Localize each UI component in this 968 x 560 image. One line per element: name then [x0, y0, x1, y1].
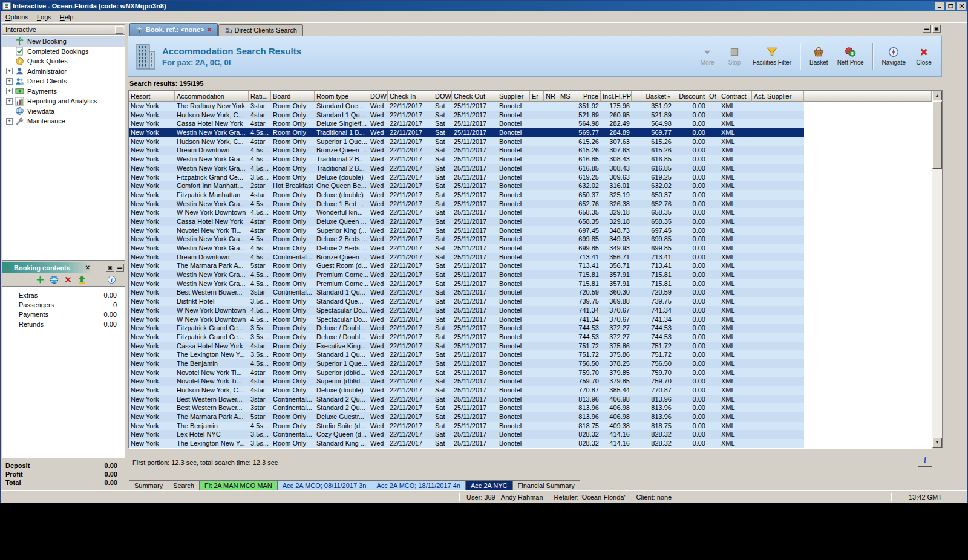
- bottom-tab-acc-2a-mco-08-11-2017-3n[interactable]: Acc 2A MCO; 08/11/2017 3n: [277, 480, 372, 491]
- stop-button[interactable]: Stop: [723, 41, 746, 72]
- table-row[interactable]: New YorkNovotel New York Ti...4starRoom …: [129, 226, 932, 235]
- vertical-scrollbar[interactable]: ▲ ▼: [932, 91, 942, 448]
- table-row[interactable]: New YorkWestin New York Gra...4.5s...Roo…: [129, 164, 932, 173]
- delete-item-icon[interactable]: [64, 275, 73, 284]
- expand-icon[interactable]: +: [6, 68, 13, 74]
- sidebar-item-viewdata[interactable]: Viewdata: [2, 106, 125, 117]
- table-row[interactable]: New YorkThe Lexington New Y...3.5s...Roo…: [129, 439, 932, 448]
- minimize-booking-panel-icon[interactable]: ▬: [116, 264, 124, 272]
- info-button[interactable]: i: [918, 454, 932, 467]
- column-header-basket[interactable]: Basket▼: [632, 91, 673, 102]
- column-header-rati[interactable]: Rati...: [249, 91, 271, 102]
- expand-icon[interactable]: +: [6, 88, 13, 94]
- tab-direct-clients-search[interactable]: Direct Clients Search: [218, 24, 303, 36]
- table-row[interactable]: New YorkLex Hotel NYC3.5s...Continental.…: [129, 430, 932, 439]
- table-row[interactable]: New YorkThe Marmara Park A...5starRoom O…: [129, 412, 932, 422]
- table-row[interactable]: New YorkThe Redbury New York3starRoom On…: [129, 102, 932, 111]
- table-row[interactable]: New YorkThe Benjamin4.5s...Room OnlyStud…: [129, 422, 932, 431]
- close-window-icon[interactable]: [957, 2, 966, 10]
- expand-icon[interactable]: +: [6, 98, 13, 105]
- close-tab-icon[interactable]: [207, 27, 212, 32]
- tab-booking-ref[interactable]: Book. ref.: <none>: [129, 23, 218, 36]
- info-icon[interactable]: i: [107, 275, 116, 284]
- table-row[interactable]: New YorkW New York Downtown4.5s...Room O…: [129, 306, 932, 315]
- table-row[interactable]: New YorkW New York Downtown4.5s...Room O…: [129, 208, 932, 217]
- table-row[interactable]: New YorkComfort Inn Manhatt...2starHot B…: [129, 181, 932, 190]
- scroll-down-icon[interactable]: ▼: [932, 438, 942, 448]
- collapse-panel-icon[interactable]: –: [115, 26, 123, 34]
- bottom-tab-flt-2a-man-mco-man[interactable]: Flt 2A MAN MCO MAN: [199, 480, 278, 491]
- table-row[interactable]: New YorkCassa Hotel New York4starRoom On…: [129, 342, 932, 351]
- navigate-button[interactable]: Navigate: [880, 41, 908, 72]
- table-row[interactable]: New YorkWestin New York Gra...4.5s...Roo…: [129, 128, 932, 137]
- sidebar-item-reporting-and-analytics[interactable]: +Reporting and Analytics: [2, 96, 125, 106]
- sidebar-item-quick-quotes[interactable]: Quick Quotes: [2, 56, 125, 67]
- column-header-er[interactable]: Er: [530, 91, 544, 102]
- column-header-board[interactable]: Board: [271, 91, 315, 102]
- table-row[interactable]: New YorkW New York Downtown4.5s...Room O…: [129, 315, 932, 324]
- scroll-up-icon[interactable]: ▲: [932, 91, 942, 100]
- table-row[interactable]: New YorkFitzpatrick Manhattan4starRoom O…: [129, 190, 932, 200]
- restore-booking-panel-icon[interactable]: ▣: [106, 264, 114, 272]
- column-header-dow[interactable]: DOW: [433, 91, 452, 102]
- table-row[interactable]: New YorkCassa Hotel New York4starRoom On…: [129, 217, 932, 226]
- table-row[interactable]: New YorkCassa Hotel New York4starRoom On…: [129, 119, 932, 128]
- column-header-of[interactable]: Of: [707, 91, 719, 102]
- column-header-ms[interactable]: MS: [558, 91, 572, 102]
- table-row[interactable]: New YorkThe Benjamin4.5s...Room OnlySupe…: [129, 359, 932, 368]
- more-button[interactable]: More: [696, 41, 719, 72]
- close-button[interactable]: Close: [912, 41, 935, 72]
- column-header-price[interactable]: Price: [572, 91, 601, 102]
- table-row[interactable]: New YorkFitzpatrick Grand Ce...3.5s...Ro…: [129, 173, 932, 182]
- menu-item-help[interactable]: Help: [56, 12, 78, 22]
- table-row[interactable]: New YorkThe Marmara Park A...5starRoom O…: [129, 261, 932, 270]
- table-row[interactable]: New YorkBest Western Bower...3starContin…: [129, 395, 932, 404]
- maximize-window-icon[interactable]: [946, 2, 955, 10]
- table-row[interactable]: New YorkNovotel New York Ti...4starRoom …: [129, 368, 932, 377]
- column-header-dow[interactable]: DOW: [368, 91, 388, 102]
- table-row[interactable]: New YorkWestin New York Gra...4.5s...Roo…: [129, 270, 932, 279]
- column-header-nr[interactable]: NR: [544, 91, 558, 102]
- expand-icon[interactable]: +: [6, 78, 13, 85]
- booking-row-payments[interactable]: Payments0.00: [2, 310, 125, 319]
- column-header-room-type[interactable]: Room type: [315, 91, 368, 102]
- export-icon[interactable]: [77, 275, 87, 284]
- table-row[interactable]: New YorkFitzpatrick Grand Ce...3.5s...Ro…: [129, 333, 932, 342]
- booking-row-refunds[interactable]: Refunds0.00: [2, 319, 125, 329]
- bottom-tab-search[interactable]: Search: [168, 480, 200, 491]
- sidebar-item-maintenance[interactable]: +Maintenance: [2, 116, 125, 126]
- table-row[interactable]: New YorkHudson New York, C...4starRoom O…: [129, 111, 932, 120]
- nett-price-button[interactable]: $Nett Price: [835, 41, 866, 72]
- bottom-tab-summary[interactable]: Summary: [129, 480, 168, 491]
- column-header-accommodation[interactable]: Accommodation: [175, 91, 249, 102]
- mdi-minimize-icon[interactable]: ▬: [923, 25, 931, 33]
- bottom-tab-financial-summary[interactable]: Financial Summary: [512, 480, 580, 491]
- basket-button[interactable]: Basket: [807, 41, 831, 72]
- table-row[interactable]: New YorkHudson New York, C...4starRoom O…: [129, 137, 932, 146]
- table-row[interactable]: New YorkWestin New York Gra...4.5s...Roo…: [129, 235, 932, 244]
- sidebar-item-completed-bookings[interactable]: Completed Bookings: [2, 47, 125, 57]
- booking-row-extras[interactable]: Extras0.00: [2, 290, 125, 300]
- menu-item-options[interactable]: Options: [1, 12, 33, 22]
- table-row[interactable]: New YorkWestin New York Gra...4.5s...Roo…: [129, 200, 932, 209]
- sidebar-item-payments[interactable]: +Payments: [2, 86, 125, 97]
- column-header-check-out[interactable]: Check Out: [452, 91, 497, 102]
- column-header-supplier[interactable]: Supplier: [497, 91, 530, 102]
- facilities-filter-button[interactable]: Facilities Filter: [750, 41, 794, 72]
- close-booking-panel-icon[interactable]: ✕: [83, 264, 93, 271]
- menu-item-logs[interactable]: Logs: [33, 12, 56, 22]
- table-row[interactable]: New YorkWestin New York Gra...4.5s...Roo…: [129, 279, 932, 288]
- booking-contents-caption[interactable]: Booking contents ✕: [2, 262, 93, 273]
- column-header-check-in[interactable]: Check In: [388, 91, 433, 102]
- table-row[interactable]: New YorkNovotel New York Ti...4starRoom …: [129, 377, 932, 386]
- add-item-icon[interactable]: [36, 275, 45, 284]
- table-row[interactable]: New YorkThe Lexington New Y...3.5s...Roo…: [129, 350, 932, 359]
- globe-icon[interactable]: [50, 275, 59, 284]
- table-row[interactable]: New YorkDistrikt Hotel3.5s...Room OnlySt…: [129, 297, 932, 306]
- bottom-tab-acc-2a-mco-18-11-2017-4n[interactable]: Acc 2A MCO; 18/11/2017 4n: [371, 480, 466, 491]
- scrollbar-thumb[interactable]: [932, 101, 942, 169]
- column-header-act-supplier[interactable]: Act. Supplier: [752, 91, 804, 102]
- bottom-tab-acc-2a-nyc[interactable]: Acc 2A NYC: [465, 480, 513, 491]
- booking-row-passengers[interactable]: Passengers0: [2, 300, 125, 310]
- mdi-restore-icon[interactable]: ▣: [932, 25, 941, 33]
